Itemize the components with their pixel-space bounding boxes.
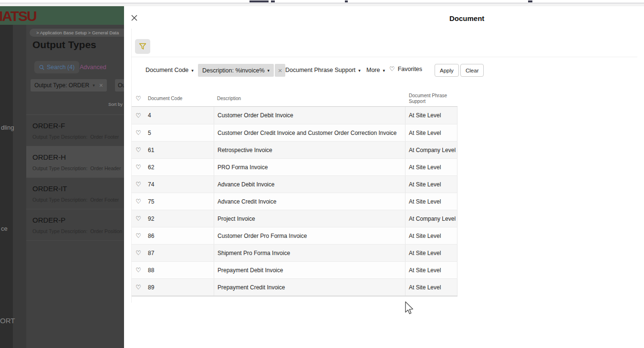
filter-chip-label: Description: %invoice% (202, 67, 265, 74)
favorite-icon[interactable] (135, 198, 141, 205)
browser-tab-fragment (249, 0, 269, 2)
cell-description: Prepayment Debit Invoice (214, 262, 405, 278)
table-row[interactable]: 4 Customer Order Debit Invoice At Site L… (132, 107, 457, 124)
cell-document-code: 87 (145, 245, 214, 261)
document-table: Document Code Description Document Phras… (132, 91, 457, 297)
cell-document-code: 4 (145, 107, 214, 124)
cell-document-code: 5 (145, 124, 214, 141)
cell-document-code: 62 (145, 159, 214, 175)
cell-description: Retrospective Invoice (214, 142, 405, 158)
output-type-list-item[interactable]: ORDER-IT Output Type Description: Order … (26, 178, 124, 209)
favorite-icon[interactable] (135, 164, 141, 171)
favorite-icon[interactable] (135, 284, 141, 291)
output-type-desc-label: Output Type Description: (32, 165, 87, 171)
output-type-list-item[interactable]: ORDER-F Output Type Description: Order F… (26, 115, 124, 146)
cell-phrase-support: At Site Level (405, 107, 457, 124)
favorite-icon[interactable] (135, 146, 141, 154)
cell-phrase-support: At Site Level (405, 227, 457, 244)
output-type-desc-value: Order Position (90, 228, 122, 234)
apply-button[interactable]: Apply (435, 64, 459, 77)
column-header-description[interactable]: Description (214, 96, 405, 101)
column-header-document-code[interactable]: Document Code (145, 96, 214, 101)
cell-phrase-support: At Site Level (405, 262, 457, 278)
chevron-down-icon[interactable]: ▾ (93, 83, 95, 88)
favorites-button[interactable]: ♡ Favorites (389, 65, 422, 72)
cell-description: Project Invoice (214, 210, 405, 227)
remove-chip-icon[interactable]: × (275, 64, 285, 77)
output-type-code: ORDER-H (32, 153, 124, 161)
filter-field-document-code[interactable]: Document Code▾ (145, 67, 194, 73)
cell-phrase-support: At Site Level (405, 245, 457, 261)
output-type-desc-value: Order Footer (90, 134, 119, 140)
table-row[interactable]: 62 PRO Forma Invoice At Site Level (132, 158, 457, 175)
cell-phrase-support: At Site Level (405, 193, 457, 210)
table-body: 4 Customer Order Debit Invoice At Site L… (132, 107, 457, 297)
filter-more-menu[interactable]: More▾ (366, 67, 385, 73)
cell-description: Advance Debit Invoice (214, 176, 405, 193)
mouse-cursor (403, 301, 414, 316)
clear-button[interactable]: Clear (460, 64, 484, 77)
output-type-code: ORDER-P (32, 216, 124, 224)
sort-by-label[interactable]: Sort by (108, 102, 123, 107)
sidebar-rail (0, 25, 13, 348)
sidebar-item-truncated[interactable]: ce (1, 225, 8, 232)
output-type-list-item[interactable]: ORDER-H Output Type Description: Order H… (26, 146, 124, 178)
favorites-label: Favorites (398, 66, 422, 72)
output-type-list-item[interactable]: ORDER-P Output Type Description: Order P… (26, 209, 124, 241)
favorite-icon[interactable] (135, 181, 141, 188)
cell-description: Customer Order Pro Forma Invoice (214, 227, 405, 244)
output-type-code: ORDER-F (32, 122, 124, 130)
favorite-icon[interactable] (135, 232, 141, 239)
column-header-phrase-support[interactable]: Document Phrase Support (405, 93, 457, 104)
divider (132, 57, 637, 57)
page-title: Output Types (32, 39, 96, 51)
table-row[interactable]: 87 Shipment Pro Forma Invoice At Site Le… (132, 244, 457, 261)
table-row[interactable]: 89 Prepayment Credit Invoice At Site Lev… (132, 278, 457, 296)
filter-field-label: More (366, 67, 380, 73)
filter-field-document-phrase-support[interactable]: Document Phrase Support▾ (285, 67, 361, 73)
table-row[interactable]: 92 Project Invoice At Company Level (132, 210, 457, 227)
sidebar-item-truncated[interactable]: ORT (0, 317, 15, 325)
sidebar: dling ce ORT (0, 25, 26, 348)
tab-advanced[interactable]: Advanced (80, 64, 106, 71)
output-type-desc-value: Order Header (90, 165, 121, 171)
table-row[interactable]: 88 Prepayment Debit Invoice At Site Leve… (132, 261, 457, 278)
favorite-icon[interactable] (135, 215, 141, 222)
output-type-filter-chip[interactable]: Output Type: ORDER ▾ × (31, 79, 107, 92)
favorite-column-icon[interactable] (135, 95, 141, 102)
breadcrumb[interactable]: > Application Base Setup > General Data (30, 29, 124, 37)
favorite-icon[interactable] (135, 112, 141, 119)
cell-phrase-support: At Site Level (405, 176, 457, 193)
table-header: Document Code Description Document Phras… (132, 91, 457, 107)
table-row[interactable]: 75 Advance Credit Invoice At Site Level (132, 193, 457, 210)
app-header-band: OMATSU (0, 6, 124, 25)
favorite-icon[interactable] (135, 266, 141, 274)
favorite-icon[interactable] (135, 249, 141, 256)
filter-field-label: Document Code (145, 67, 188, 73)
tab-search[interactable]: Search (4) (34, 61, 79, 73)
output-type-desc-label: Output Type Description: (32, 134, 87, 140)
description-filter-chip[interactable]: Description: %invoice% ▾ × (198, 64, 285, 77)
table-row[interactable]: 74 Advance Debit Invoice At Site Level (132, 175, 457, 193)
table-row[interactable]: 61 Retrospective Invoice At Company Leve… (132, 141, 457, 158)
cell-description: PRO Forma Invoice (214, 159, 405, 175)
filter-chip-truncated[interactable]: Ou (115, 79, 124, 92)
table-row[interactable]: 5 Customer Order Credit Invoice and Cust… (132, 124, 457, 141)
chevron-down-icon[interactable]: ▾ (268, 68, 270, 73)
document-dialog: Document Document Code▾ Description: %in… (124, 6, 644, 348)
table-row[interactable]: 86 Customer Order Pro Forma Invoice At S… (132, 227, 457, 244)
cell-document-code: 88 (145, 262, 214, 278)
chevron-down-icon: ▾ (191, 68, 194, 73)
heart-icon: ♡ (389, 65, 395, 72)
remove-chip-icon[interactable]: × (99, 82, 103, 89)
filter-chip-label: Output Type: ORDER (34, 82, 89, 89)
cell-description: Shipment Pro Forma Invoice (214, 245, 405, 261)
funnel-icon (139, 43, 146, 50)
filter-toggle-button[interactable] (135, 39, 150, 54)
output-type-desc-value: Order Footer (90, 197, 119, 203)
sidebar-item-truncated[interactable]: dling (1, 124, 14, 131)
cell-phrase-support: At Company Level (405, 142, 457, 158)
favorite-icon[interactable] (135, 129, 141, 136)
output-type-code: ORDER-IT (32, 184, 124, 193)
close-icon[interactable] (131, 14, 139, 23)
